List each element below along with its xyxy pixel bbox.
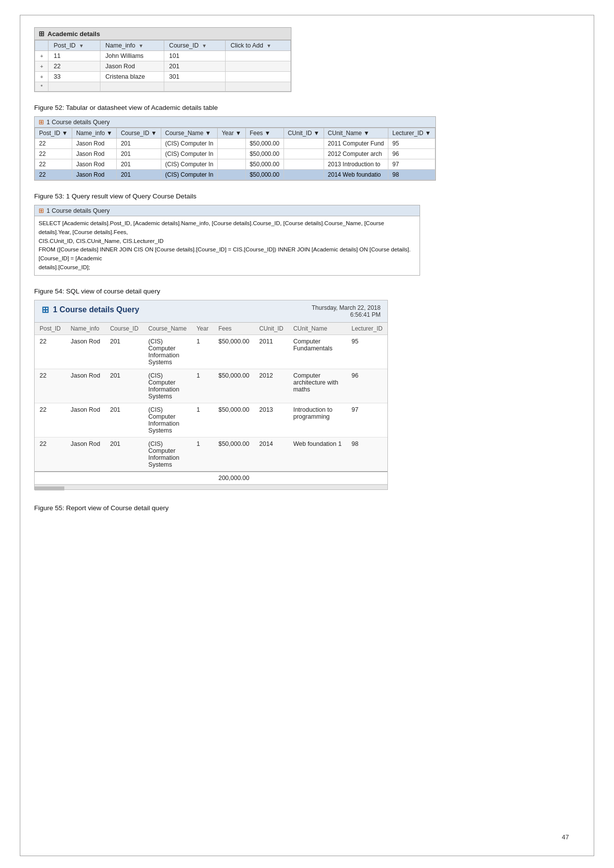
table-row: 22 Jason Rod 201 (CIS) Computer In $50,0… bbox=[35, 139, 435, 149]
report-total-row: 200,000.00 bbox=[35, 472, 387, 484]
table-row: 22 Jason Rod 201 (CIS) Computer In $50,0… bbox=[35, 170, 435, 180]
q1-col-cunit-name[interactable]: CUnit_Name ▼ bbox=[324, 128, 388, 139]
academic-details-title: Academic details bbox=[47, 30, 100, 38]
click-add-cell bbox=[225, 72, 290, 82]
new-post-id bbox=[48, 82, 100, 92]
q1-col-year[interactable]: Year ▼ bbox=[218, 128, 245, 139]
total-empty bbox=[35, 472, 191, 484]
post-id-cell: 11 bbox=[48, 51, 100, 61]
q1-lecturer-id: 95 bbox=[388, 139, 435, 149]
course-id-cell: 301 bbox=[164, 72, 225, 82]
figure52-caption: Figure 52: Tabular or datasheet view of … bbox=[34, 104, 580, 111]
report-date-line2: 6:56:41 PM bbox=[312, 311, 380, 318]
name-info-cell: Cristena blaze bbox=[100, 72, 164, 82]
r-course-name: (CIS) Computer Information Systems bbox=[143, 335, 191, 369]
table-row: 22 Jason Rod 201 (CIS) Computer Informat… bbox=[35, 369, 387, 403]
col-post-id[interactable]: Post_ID ▼ bbox=[48, 41, 100, 51]
table-row: 22 Jason Rod 201 (CIS) Computer Informat… bbox=[35, 437, 387, 472]
new-name-info bbox=[100, 82, 164, 92]
q1-post-id: 22 bbox=[35, 159, 72, 170]
q1-fees: $50,000.00 bbox=[245, 139, 283, 149]
r-cunit-id: 2014 bbox=[254, 437, 288, 472]
figure54-caption: Figure 54: SQL view of course detail que… bbox=[34, 288, 580, 295]
sql-title: 1 Course details Query bbox=[47, 207, 110, 214]
name-info-cell: John Williams bbox=[100, 51, 164, 61]
r-year: 1 bbox=[191, 403, 213, 437]
q1-col-lecturer-id[interactable]: Lecturer_ID ▼ bbox=[388, 128, 435, 139]
figure53-caption: Figure 53: 1 Query result view of Query … bbox=[34, 193, 580, 200]
r-cunit-id: 2013 bbox=[254, 403, 288, 437]
total-empty3 bbox=[254, 472, 387, 484]
q1-cunit-name: 2013 Introduction to bbox=[324, 159, 388, 170]
report-section: ⊞ 1 Course details Query Thursday, March… bbox=[34, 300, 580, 492]
r-col-cunit-id: CUnit_ID bbox=[254, 323, 288, 335]
total-empty2 bbox=[191, 472, 213, 484]
table-row: 22 Jason Rod 201 (CIS) Computer In $50,0… bbox=[35, 149, 435, 159]
r-name-info: Jason Rod bbox=[66, 403, 105, 437]
q1-lecturer-id: 98 bbox=[388, 170, 435, 180]
q1-col-cunit-id[interactable]: CUnit_ID ▼ bbox=[283, 128, 324, 139]
col-course-id[interactable]: Course_ID ▼ bbox=[164, 41, 225, 51]
r-cunit-name: Computer Fundamentals bbox=[288, 335, 347, 369]
col-click-to-add-arrow: ▼ bbox=[266, 43, 271, 48]
r-col-year: Year bbox=[191, 323, 213, 335]
q1-col-course-name[interactable]: Course_Name ▼ bbox=[161, 128, 217, 139]
query1-wrapper: ⊞ 1 Course details Query Post_ID ▼ Name_… bbox=[34, 116, 436, 181]
report-table: Post_ID Name_info Course_ID Course_Name … bbox=[35, 323, 387, 484]
academic-details-section: ⊞ Academic details Post_ID ▼ Name_info ▼ bbox=[34, 27, 580, 92]
q1-course-name: (CIS) Computer In bbox=[161, 159, 217, 170]
col-course-id-arrow: ▼ bbox=[202, 43, 207, 48]
report-header: ⊞ 1 Course details Query Thursday, March… bbox=[35, 300, 387, 323]
q1-course-id: 201 bbox=[117, 170, 161, 180]
q1-col-fees[interactable]: Fees ▼ bbox=[245, 128, 283, 139]
query-icon: ⊞ bbox=[39, 118, 44, 126]
q1-cunit-id bbox=[283, 149, 324, 159]
q1-name-info: Jason Rod bbox=[72, 170, 116, 180]
q1-col-name-info[interactable]: Name_info ▼ bbox=[72, 128, 116, 139]
r-name-info: Jason Rod bbox=[66, 335, 105, 369]
r-cunit-id: 2012 bbox=[254, 369, 288, 403]
table-row: 22 Jason Rod 201 (CIS) Computer Informat… bbox=[35, 403, 387, 437]
q1-lecturer-id: 97 bbox=[388, 159, 435, 170]
r-fees: $50,000.00 bbox=[213, 369, 254, 403]
col-name-info[interactable]: Name_info ▼ bbox=[100, 41, 164, 51]
table-row: + 11 John Williams 101 bbox=[35, 51, 291, 61]
course-id-cell: 201 bbox=[164, 61, 225, 72]
q1-col-course-id[interactable]: Course_ID ▼ bbox=[117, 128, 161, 139]
r-post-id: 22 bbox=[35, 335, 66, 369]
click-add-cell bbox=[225, 61, 290, 72]
r-col-post-id: Post_ID bbox=[35, 323, 66, 335]
new-record-row: * bbox=[35, 82, 291, 92]
r-cunit-name: Web foundation 1 bbox=[288, 437, 347, 472]
r-year: 1 bbox=[191, 369, 213, 403]
table-row: 22 Jason Rod 201 (CIS) Computer In $50,0… bbox=[35, 159, 435, 170]
scrollbar-thumb[interactable] bbox=[35, 486, 64, 490]
q1-name-info: Jason Rod bbox=[72, 159, 116, 170]
q1-post-id: 22 bbox=[35, 139, 72, 149]
r-post-id: 22 bbox=[35, 437, 66, 472]
r-col-fees: Fees bbox=[213, 323, 254, 335]
q1-course-id: 201 bbox=[117, 149, 161, 159]
expand-btn[interactable]: + bbox=[35, 72, 48, 82]
r-course-id: 201 bbox=[105, 403, 143, 437]
q1-course-name: (CIS) Computer In bbox=[161, 149, 217, 159]
col-click-to-add[interactable]: Click to Add ▼ bbox=[225, 41, 290, 51]
r-fees: $50,000.00 bbox=[213, 335, 254, 369]
click-add-cell bbox=[225, 51, 290, 61]
query1-header-row: Post_ID ▼ Name_info ▼ Course_ID ▼ Course… bbox=[35, 128, 435, 139]
report-wrapper: ⊞ 1 Course details Query Thursday, March… bbox=[34, 300, 388, 490]
r-lecturer-id: 98 bbox=[346, 437, 387, 472]
r-course-name: (CIS) Computer Information Systems bbox=[143, 437, 191, 472]
academic-details-title-bar: ⊞ Academic details bbox=[35, 28, 291, 40]
q1-col-post-id[interactable]: Post_ID ▼ bbox=[35, 128, 72, 139]
q1-fees: $50,000.00 bbox=[245, 170, 283, 180]
expand-btn[interactable]: + bbox=[35, 51, 48, 61]
r-post-id: 22 bbox=[35, 369, 66, 403]
r-year: 1 bbox=[191, 437, 213, 472]
expand-btn[interactable]: + bbox=[35, 61, 48, 72]
q1-cunit-name: 2011 Computer Fund bbox=[324, 139, 388, 149]
r-course-name: (CIS) Computer Information Systems bbox=[143, 369, 191, 403]
q1-lecturer-id: 96 bbox=[388, 149, 435, 159]
table-header-row: Post_ID ▼ Name_info ▼ Course_ID ▼ Clic bbox=[35, 41, 291, 51]
page-number: 47 bbox=[562, 833, 569, 841]
